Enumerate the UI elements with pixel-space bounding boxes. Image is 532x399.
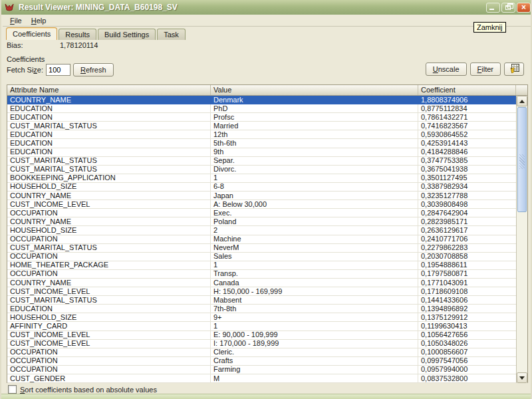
table-cell-value: Denmark — [211, 96, 418, 104]
table-cell-value: 1 — [211, 322, 418, 330]
table-row[interactable]: OCCUPATIONSales0,2030708858 — [7, 253, 516, 261]
table-row[interactable]: CUST_GENDERM0,0837532800 — [7, 374, 516, 383]
table-cell-coef: 0,1050348026 — [418, 340, 516, 348]
close-button[interactable]: × — [517, 3, 531, 13]
table-cell-coef: 0,0997547056 — [418, 357, 516, 365]
table-row[interactable]: BOOKKEEPING_APPLICATION10,3501127495 — [7, 174, 516, 183]
sort-absolute-checkbox[interactable] — [8, 385, 17, 394]
table-cell-coef: 0,1771043091 — [418, 279, 516, 287]
scroll-down-button[interactable] — [517, 372, 527, 383]
table-row[interactable]: EDUCATION5th-6th0,4253914143 — [7, 139, 516, 148]
table-cell-value: 5th-6th — [211, 139, 418, 147]
table-row[interactable]: HOUSEHOLD_SIZE9+0,1375129912 — [7, 313, 516, 322]
table-row[interactable]: OCCUPATIONMachine0,2410771706 — [7, 235, 516, 244]
bias-label: Bias: — [7, 41, 23, 49]
table-cell-attr: EDUCATION — [7, 113, 211, 121]
publish-table-icon — [509, 64, 519, 74]
table-row[interactable]: HOUSEHOLD_SIZE6-80,3387982934 — [7, 183, 516, 192]
titlebar[interactable]: Result Viewer: MINING_DATA_B60198_SV × — [1, 0, 532, 15]
table-row[interactable]: OCCUPATIONFarming0,0957994000 — [7, 366, 516, 374]
table-row[interactable]: CUST_INCOME_LEVELI: 170,000 - 189,9990,1… — [7, 340, 516, 348]
tab-results[interactable]: Results — [59, 29, 96, 40]
unscale-button[interactable]: Unscale — [426, 63, 467, 76]
table-cell-value: Married — [211, 122, 418, 130]
table-row[interactable]: EDUCATION9th0,4184288846 — [7, 148, 516, 157]
table-row[interactable]: CUST_MARITAL_STATUSMarried0,7416823567 — [7, 122, 516, 130]
filter-button[interactable]: Filter — [470, 63, 501, 76]
table-cell-attr: BOOKKEEPING_APPLICATION — [7, 174, 211, 182]
table-cell-attr: COUNTRY_NAME — [7, 279, 211, 287]
tab-coefficients[interactable]: Coefficients — [6, 27, 57, 40]
table-cell-coef: 0,4184288846 — [418, 148, 516, 156]
table-row[interactable]: OCCUPATIONExec.0,2847642904 — [7, 209, 516, 217]
table-cell-attr: CUST_MARITAL_STATUS — [7, 122, 211, 130]
tab-task[interactable]: Task — [157, 29, 186, 40]
table-cell-value: Farming — [211, 366, 418, 374]
restore-button[interactable] — [501, 3, 515, 13]
column-header-value[interactable]: Value — [211, 85, 418, 95]
table-cell-coef: 0,0837532800 — [418, 374, 516, 382]
table-cell-value: Crafts — [211, 357, 418, 365]
table-cell-attr: EDUCATION — [7, 305, 211, 313]
table-row[interactable]: CUST_INCOME_LEVELH: 150,000 - 169,9990,1… — [7, 287, 516, 296]
table-cell-value: 7th-8th — [211, 305, 418, 313]
table-row[interactable]: AFFINITY_CARD10,1199630413 — [7, 322, 516, 331]
table-cell-coef: 0,1718609108 — [418, 287, 516, 295]
menu-help[interactable]: Help — [27, 15, 51, 26]
arrow-up-icon — [519, 100, 525, 103]
scrollbar-thumb[interactable] — [517, 107, 527, 212]
table-cell-coef: 0,3747753385 — [418, 157, 516, 165]
table-row[interactable]: CUST_INCOME_LEVELE: 90,000 - 109,9990,10… — [7, 331, 516, 340]
tab-build-settings[interactable]: Build Settings — [98, 29, 156, 40]
table-cell-coef: 0,1375129912 — [418, 313, 516, 321]
table-cell-coef: 0,1199630413 — [418, 322, 516, 330]
minimize-button[interactable] — [486, 3, 500, 13]
table-row[interactable]: CUST_MARITAL_STATUSNeverM0,2279862283 — [7, 244, 516, 253]
table-row[interactable]: CUST_MARITAL_STATUSDivorc.0,3675041938 — [7, 166, 516, 174]
table-row[interactable]: CUST_MARITAL_STATUSMabsent0,1441433606 — [7, 296, 516, 305]
column-header-attribute-name[interactable]: Attribute Name — [7, 85, 211, 95]
column-header-stub — [516, 85, 527, 95]
table-cell-value: 12th — [211, 130, 418, 138]
table-row[interactable]: EDUCATION12th0,5930864552 — [7, 130, 516, 139]
table-cell-attr: HOUSEHOLD_SIZE — [7, 226, 211, 234]
publish-button[interactable] — [504, 63, 524, 76]
table-row[interactable]: COUNTRY_NAMEDenmark1,8808374906 — [7, 96, 516, 104]
table-cell-attr: COUNTRY_NAME — [7, 217, 211, 225]
table-row[interactable]: HOUSEHOLD_SIZE20,2636129617 — [7, 226, 516, 235]
table-row[interactable]: EDUCATION7th-8th0,1394896892 — [7, 305, 516, 313]
table-cell-value: Transp. — [211, 270, 418, 278]
window-title: Result Viewer: MINING_DATA_B60198_SV — [19, 3, 486, 12]
vertical-scrollbar[interactable] — [516, 96, 527, 383]
scroll-up-button[interactable] — [517, 96, 527, 106]
table-row[interactable]: COUNTRY_NAMEJapan0,3235127788 — [7, 192, 516, 200]
table-cell-coef: 0,7861432271 — [418, 113, 516, 121]
sort-absolute-label: Sort coefficients based on absolute valu… — [20, 386, 157, 394]
table-row[interactable]: OCCUPATIONCleric.0,1000856607 — [7, 348, 516, 357]
column-header-coefficient[interactable]: Coefficient — [418, 85, 516, 95]
table-cell-value: Japan — [211, 192, 418, 200]
table-cell-coef: 0,5930864552 — [418, 130, 516, 138]
fetch-size-input[interactable] — [46, 64, 70, 76]
table-row[interactable]: CUST_INCOME_LEVELA: Below 30,0000,303980… — [7, 200, 516, 209]
table-cell-coef: 0,3501127495 — [418, 174, 516, 182]
refresh-button[interactable]: Refresh — [73, 63, 114, 76]
table-row[interactable]: COUNTRY_NAMECanada0,1771043091 — [7, 279, 516, 287]
menu-file[interactable]: File — [5, 15, 27, 26]
table-row[interactable]: EDUCATIONProfsc0,7861432271 — [7, 113, 516, 122]
table-cell-attr: CUST_GENDER — [7, 374, 211, 382]
table-row[interactable]: OCCUPATIONCrafts0,0997547056 — [7, 357, 516, 366]
table-row[interactable]: COUNTRY_NAMEPoland0,2823985171 — [7, 217, 516, 226]
restore-icon — [505, 5, 511, 10]
table-cell-coef: 0,1441433606 — [418, 296, 516, 304]
table-cell-attr: OCCUPATION — [7, 357, 211, 365]
table-cell-attr: EDUCATION — [7, 104, 211, 112]
table-row[interactable]: OCCUPATIONTransp.0,1797580871 — [7, 270, 516, 279]
table-row[interactable]: CUST_MARITAL_STATUSSepar.0,3747753385 — [7, 157, 516, 166]
arrow-down-icon — [519, 376, 525, 380]
table-row[interactable]: EDUCATIONPhD0,8775112834 — [7, 104, 516, 113]
table-cell-attr: OCCUPATION — [7, 209, 211, 217]
table-row[interactable]: HOME_THEATER_PACKAGE10,1954888611 — [7, 261, 516, 270]
table-cell-value: 9th — [211, 148, 418, 156]
table-cell-coef: 0,3235127788 — [418, 192, 516, 200]
